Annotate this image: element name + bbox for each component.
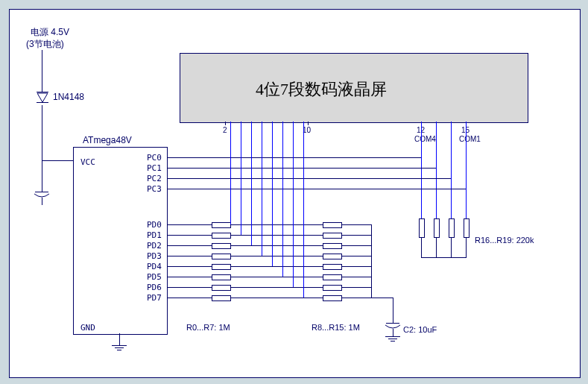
resistor-r0 [212, 222, 231, 228]
wire [42, 50, 42, 92]
wire [167, 266, 212, 267]
wire [42, 198, 42, 205]
wire [451, 238, 452, 257]
wire-bus [230, 122, 231, 224]
wire-bus [436, 122, 437, 168]
wire [42, 160, 73, 161]
wire [342, 245, 372, 246]
wire [293, 287, 323, 288]
wire [241, 235, 323, 236]
resistor-r13 [323, 274, 342, 280]
resistor-r3 [212, 254, 231, 259]
power-label-line1: 电源 4.5V [31, 26, 69, 39]
res-mid-label: R8...R15: 1M [312, 323, 360, 332]
wire [272, 266, 323, 267]
wire-bus [241, 122, 241, 235]
wire [342, 287, 372, 288]
wire [342, 224, 372, 225]
wire [231, 277, 282, 277]
wire [167, 157, 421, 158]
resistor-r11 [323, 254, 342, 259]
wire [393, 329, 393, 336]
wire [393, 314, 393, 323]
resistor-r7 [212, 295, 231, 301]
wire [230, 224, 323, 225]
wire [303, 298, 323, 298]
res-left-label: R0...R7: 1M [186, 323, 230, 332]
wire [421, 238, 422, 257]
resistor-r4 [212, 264, 231, 270]
wire [167, 189, 466, 189]
wire [421, 257, 467, 258]
wire [119, 333, 120, 345]
wire [393, 298, 393, 314]
resistor-com-2 [449, 218, 455, 238]
wire [262, 256, 323, 256]
wire-bus [262, 122, 262, 256]
resistor-r15 [323, 295, 342, 301]
wire [167, 277, 212, 277]
wire [167, 287, 212, 288]
resistor-r9 [323, 233, 342, 239]
wire [167, 235, 212, 236]
wire [167, 245, 212, 246]
wire-bus [293, 122, 294, 287]
diode-label: 1N4148 [53, 92, 84, 102]
mcu-title: ATmega48V [83, 135, 132, 145]
wire-bus [421, 157, 422, 218]
wire-bus [251, 122, 252, 245]
wire-bus [451, 178, 452, 218]
resistor-com-1 [434, 218, 440, 238]
resistor-r6 [212, 285, 231, 291]
pin-PC0: PC0 [147, 153, 162, 163]
wire [231, 266, 272, 267]
wire [42, 105, 42, 160]
diode-1n4148 [35, 92, 50, 107]
wire [167, 256, 212, 256]
wire [231, 287, 293, 288]
res-right-label: R16...R19: 220k [475, 236, 534, 245]
pin-PD7: PD7 [147, 293, 162, 303]
wire [371, 298, 393, 298]
wire [167, 298, 212, 298]
resistor-r1 [212, 233, 231, 239]
wire [167, 168, 436, 169]
resistor-r14 [323, 285, 342, 291]
resistor-r2 [212, 243, 231, 249]
pin-PD1: PD1 [147, 230, 162, 240]
wire-bus [272, 122, 273, 266]
pin-PD6: PD6 [147, 283, 162, 292]
resistor-r12 [323, 264, 342, 270]
vcc-label: VCC [80, 157, 95, 167]
wire-bus [436, 168, 437, 218]
wire-bus [282, 122, 283, 277]
wire [342, 277, 372, 277]
wire-bus [303, 122, 304, 298]
power-label-line2: (3节电池) [26, 38, 64, 51]
pin-PD3: PD3 [147, 251, 162, 261]
gnd-label: GND [80, 323, 95, 333]
lcd-com4: COM4 [414, 135, 436, 143]
wire [231, 256, 262, 256]
wire-bus [451, 122, 452, 178]
resistor-com-3 [464, 218, 470, 238]
wire [231, 298, 303, 298]
wire [42, 160, 42, 192]
wire [282, 277, 323, 277]
wire [342, 256, 372, 256]
pin-PC3: PC3 [147, 184, 162, 194]
wire [167, 224, 212, 225]
pin-PD4: PD4 [147, 262, 162, 271]
schematic-sheet: { "power": { "line1": "电源 4.5V", "line2"… [9, 9, 581, 378]
wire-bus [466, 122, 467, 189]
wire-bus [421, 122, 422, 157]
lcd-com1: COM1 [459, 135, 481, 143]
wire [371, 224, 372, 298]
lcd-title: 4位7段数码液晶屏 [256, 78, 387, 101]
pin-PD0: PD0 [147, 220, 162, 230]
pin-PD5: PD5 [147, 272, 162, 282]
wire-bus [466, 189, 467, 218]
resistor-r8 [323, 222, 342, 228]
resistor-r5 [212, 274, 231, 280]
pin-PD2: PD2 [147, 241, 162, 251]
